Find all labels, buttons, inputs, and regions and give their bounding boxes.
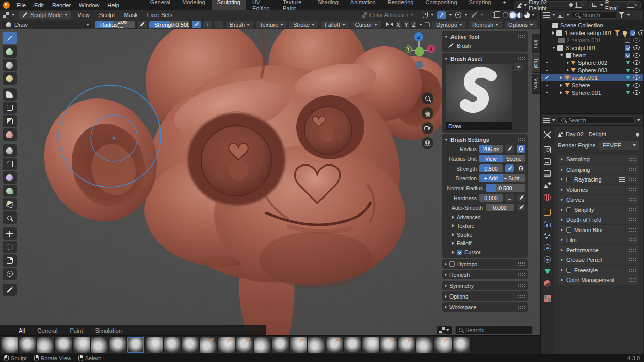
- tool-button-10[interactable]: [3, 158, 17, 170]
- shelf-tab-all[interactable]: All: [12, 326, 31, 335]
- drag-handle[interactable]: [628, 268, 636, 272]
- menu-help[interactable]: Help: [104, 1, 123, 9]
- direction-add-button[interactable]: +: [203, 21, 212, 28]
- section-motion-blur[interactable]: Motion Blur: [558, 225, 639, 235]
- brush-thumbnail[interactable]: [398, 337, 415, 353]
- texture-subsection[interactable]: Texture: [445, 221, 525, 230]
- scene-selector[interactable]: Day 02 - Delight ✕: [514, 1, 589, 9]
- cursor-popover[interactable]: Cursor: [351, 21, 381, 28]
- brush-thumbnail[interactable]: [254, 337, 271, 353]
- brush-thumbnail[interactable]: [218, 337, 235, 353]
- drag-handle[interactable]: [628, 278, 636, 282]
- brush-thumbnail[interactable]: [434, 337, 452, 353]
- tool-button-17[interactable]: [3, 254, 17, 267]
- hide-icon[interactable]: [633, 90, 640, 95]
- snap-toggle[interactable]: ↗: [437, 11, 446, 19]
- tool-button-6[interactable]: [3, 102, 17, 114]
- expand-icon[interactable]: [552, 31, 554, 35]
- section-raytracing[interactable]: Raytracing: [558, 175, 639, 184]
- menu-face-sets[interactable]: Face Sets: [144, 11, 176, 19]
- drag-handle[interactable]: [628, 177, 636, 182]
- section-simplify[interactable]: Simplify: [558, 205, 639, 215]
- editor-type-icon[interactable]: [3, 12, 9, 18]
- falloff-shape-icon[interactable]: [423, 12, 428, 18]
- brush-asset-preview[interactable]: Draw: [446, 64, 512, 130]
- direction-subtract-button[interactable]: −: [215, 21, 223, 28]
- hide-icon[interactable]: [638, 30, 643, 35]
- brush-thumbnail[interactable]: [272, 337, 289, 353]
- brush-thumbnail[interactable]: [164, 337, 181, 353]
- falloff-subsection[interactable]: Falloff: [445, 239, 525, 248]
- hardness-slider[interactable]: 0.000: [479, 194, 503, 202]
- outliner-row-scene-collection[interactable]: Scene Collection: [541, 22, 643, 29]
- tool-button-19[interactable]: [3, 284, 17, 296]
- section-curves[interactable]: Curves: [558, 195, 639, 204]
- gizmo-x-axis[interactable]: X: [427, 45, 435, 53]
- tool-button-2[interactable]: [3, 45, 17, 58]
- stroke-popover[interactable]: Stroke: [289, 21, 318, 28]
- tool-button-18[interactable]: [3, 268, 17, 280]
- brush-thumbnail[interactable]: [236, 337, 253, 353]
- section-depth-of-field[interactable]: Depth of Field: [558, 215, 639, 224]
- menu-mask[interactable]: Mask: [121, 11, 140, 19]
- annotate-icon[interactable]: [471, 12, 477, 18]
- hide-icon[interactable]: [633, 38, 640, 43]
- brush-thumbnail[interactable]: [1, 337, 18, 353]
- shading-solid-icon[interactable]: [510, 12, 516, 18]
- tab-render-properties[interactable]: [541, 145, 554, 154]
- drag-handle[interactable]: [517, 35, 525, 39]
- raytracing-checkbox[interactable]: [566, 177, 571, 182]
- falloff-popover[interactable]: Falloff: [321, 21, 349, 28]
- section-performance[interactable]: Performance: [558, 245, 639, 255]
- dyntopo-panel[interactable]: Dyntopo: [442, 259, 528, 269]
- gizmo-z-neg[interactable]: [415, 61, 423, 69]
- section-volumes[interactable]: Volumes: [558, 185, 639, 194]
- menu-file[interactable]: File: [13, 1, 29, 9]
- brush-thumbnail[interactable]: [200, 337, 217, 353]
- tab-world-properties[interactable]: [541, 192, 554, 202]
- brush-thumbnail-selected[interactable]: [127, 337, 144, 353]
- shelf-tab-general[interactable]: General: [31, 326, 63, 335]
- menu-render[interactable]: Render: [49, 1, 74, 9]
- remesh-popover[interactable]: Remesh: [469, 21, 502, 28]
- gizmo-y-front[interactable]: [415, 47, 424, 56]
- drag-handle[interactable]: [517, 273, 525, 277]
- brush-thumbnail[interactable]: [290, 337, 307, 353]
- expand-icon[interactable]: [567, 69, 569, 72]
- section-color-management[interactable]: Color Management: [558, 275, 639, 285]
- brush-thumbnail[interactable]: [380, 337, 397, 353]
- hide-icon[interactable]: [633, 45, 640, 50]
- cursor-checkbox[interactable]: [457, 250, 462, 255]
- brush-thumbnail[interactable]: [73, 337, 90, 353]
- cursor-subsection[interactable]: Cursor: [445, 248, 525, 256]
- tool-button-12[interactable]: [3, 185, 17, 197]
- hide-icon[interactable]: [633, 68, 640, 73]
- gizmo-z-axis[interactable]: Z: [414, 32, 423, 41]
- hardness-pressure-button[interactable]: [517, 194, 525, 202]
- tool-button-7[interactable]: [3, 115, 17, 127]
- radius-unit-toggle[interactable]: View Scene: [479, 155, 525, 162]
- tool-button-1[interactable]: [3, 32, 17, 44]
- brush-popover[interactable]: Brush: [226, 21, 253, 28]
- mode-selector[interactable]: Sculpt Mode: [18, 11, 71, 19]
- options-popover[interactable]: Options: [505, 21, 537, 28]
- shelf-tab-paint[interactable]: Paint: [63, 326, 89, 335]
- brush-thumbnail[interactable]: [182, 337, 199, 353]
- expand-icon[interactable]: [560, 84, 562, 87]
- collapse-icon[interactable]: [560, 54, 564, 56]
- outliner-row-sphere-003[interactable]: Sphere.003: [541, 67, 643, 74]
- tab-modifier-properties[interactable]: [541, 219, 554, 228]
- drag-handle[interactable]: [628, 258, 636, 262]
- expand-icon[interactable]: [560, 76, 562, 79]
- menu-sculpt[interactable]: Sculpt: [96, 11, 118, 19]
- brush-thumbnail[interactable]: [416, 337, 433, 353]
- outliner-editor-icon[interactable]: [543, 12, 550, 18]
- shading-material-icon[interactable]: [517, 12, 523, 18]
- freestyle-checkbox[interactable]: [566, 268, 571, 273]
- radius-unit-view[interactable]: View: [479, 155, 503, 162]
- navigation-gizmo[interactable]: Z Y X: [405, 32, 436, 94]
- tab-texture-properties[interactable]: [541, 293, 554, 303]
- texture-popover[interactable]: Texture: [256, 21, 287, 28]
- brush-settings-header[interactable]: Brush Settings: [445, 136, 525, 144]
- brush-thumbnail[interactable]: [362, 337, 379, 353]
